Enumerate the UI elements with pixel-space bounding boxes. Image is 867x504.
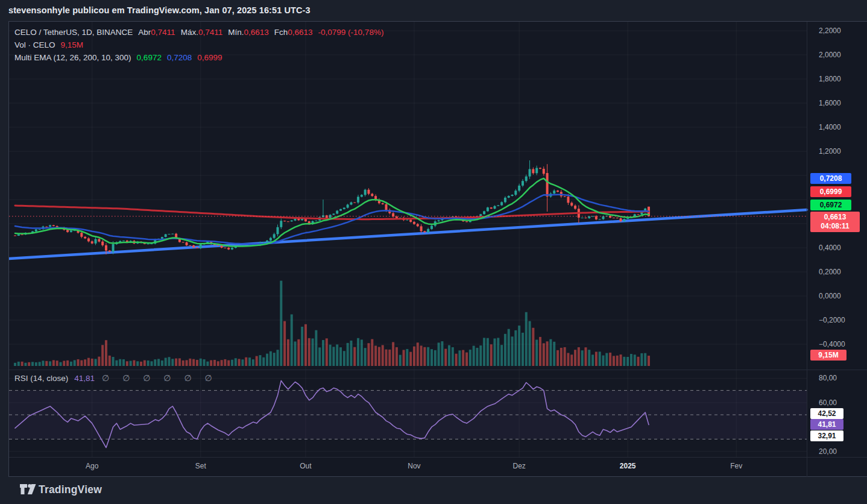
volume-bar[interactable] bbox=[371, 339, 373, 366]
candle-body[interactable] bbox=[413, 222, 415, 224]
volume-bar[interactable] bbox=[318, 347, 321, 366]
volume-bar[interactable] bbox=[529, 321, 531, 366]
volume-bar[interactable] bbox=[382, 345, 384, 366]
candle-body[interactable] bbox=[539, 168, 541, 169]
volume-bar[interactable] bbox=[504, 334, 506, 366]
candle-body[interactable] bbox=[49, 225, 51, 227]
volume-bar[interactable] bbox=[143, 361, 146, 366]
volume-bar[interactable] bbox=[231, 360, 233, 366]
ema-200-line[interactable] bbox=[15, 206, 649, 219]
volume-bar[interactable] bbox=[130, 361, 132, 366]
price-chart-canvas[interactable] bbox=[9, 22, 867, 370]
volume-bar[interactable] bbox=[192, 359, 195, 366]
candle-body[interactable] bbox=[620, 218, 622, 221]
volume-bar[interactable] bbox=[45, 361, 48, 366]
candle-body[interactable] bbox=[52, 225, 55, 226]
candle-body[interactable] bbox=[17, 235, 20, 236]
candle-body[interactable] bbox=[347, 204, 349, 207]
volume-bar[interactable] bbox=[154, 359, 156, 366]
volume-bar[interactable] bbox=[171, 359, 174, 366]
volume-bar[interactable] bbox=[119, 359, 121, 366]
candle-body[interactable] bbox=[91, 241, 93, 243]
candle-body[interactable] bbox=[595, 216, 597, 219]
volume-bar[interactable] bbox=[227, 361, 230, 366]
volume-bar[interactable] bbox=[644, 353, 646, 366]
candle-body[interactable] bbox=[270, 238, 272, 241]
candle-body[interactable] bbox=[543, 169, 545, 174]
volume-bar[interactable] bbox=[270, 351, 272, 366]
volume-bar[interactable] bbox=[322, 340, 324, 366]
volume-bar[interactable] bbox=[112, 357, 115, 366]
volume-bar[interactable] bbox=[479, 345, 482, 366]
candle-body[interactable] bbox=[276, 227, 279, 235]
volume-bar[interactable] bbox=[620, 354, 622, 366]
volume-bar[interactable] bbox=[315, 330, 317, 366]
volume-bar[interactable] bbox=[476, 348, 478, 366]
candle-body[interactable] bbox=[364, 190, 367, 195]
volume-bar[interactable] bbox=[637, 357, 640, 366]
volume-bar[interactable] bbox=[24, 363, 27, 366]
volume-bar[interactable] bbox=[14, 363, 16, 366]
volume-bar[interactable] bbox=[640, 353, 643, 366]
volume-bar[interactable] bbox=[136, 361, 139, 366]
candle-body[interactable] bbox=[490, 207, 493, 209]
candle-body[interactable] bbox=[535, 168, 538, 174]
candle-body[interactable] bbox=[430, 225, 433, 228]
volume-bar[interactable] bbox=[353, 347, 356, 366]
volume-bar[interactable] bbox=[413, 347, 415, 366]
volume-bar[interactable] bbox=[350, 341, 352, 366]
volume-bar[interactable] bbox=[35, 362, 37, 366]
volume-bar[interactable] bbox=[161, 361, 163, 366]
candle-body[interactable] bbox=[35, 229, 37, 231]
candle-body[interactable] bbox=[217, 245, 219, 246]
candle-body[interactable] bbox=[546, 173, 549, 197]
volume-bar[interactable] bbox=[560, 348, 563, 366]
volume-bar[interactable] bbox=[157, 359, 160, 366]
volume-bar[interactable] bbox=[508, 329, 510, 366]
volume-bar[interactable] bbox=[206, 362, 209, 366]
volume-bar[interactable] bbox=[406, 349, 408, 366]
volume-bar[interactable] bbox=[441, 341, 443, 366]
volume-bar[interactable] bbox=[109, 356, 111, 366]
candle-body[interactable] bbox=[122, 241, 125, 241]
candle-body[interactable] bbox=[196, 247, 198, 248]
candle-body[interactable] bbox=[336, 211, 338, 214]
candle-body[interactable] bbox=[315, 221, 317, 221]
volume-bar[interactable] bbox=[308, 338, 311, 366]
volume-bar[interactable] bbox=[186, 360, 188, 366]
candle-body[interactable] bbox=[182, 242, 184, 243]
candle-body[interactable] bbox=[150, 244, 153, 244]
volume-bar[interactable] bbox=[326, 338, 328, 366]
volume-bar[interactable] bbox=[287, 339, 289, 366]
candle-body[interactable] bbox=[200, 244, 202, 248]
candle-body[interactable] bbox=[101, 242, 104, 245]
volume-bar[interactable] bbox=[543, 343, 545, 366]
candle-body[interactable] bbox=[504, 198, 506, 202]
volume-bar[interactable] bbox=[567, 353, 569, 366]
volume-bar[interactable] bbox=[84, 359, 86, 366]
volume-bar[interactable] bbox=[518, 326, 520, 366]
candle-body[interactable] bbox=[385, 204, 387, 210]
volume-bar[interactable] bbox=[259, 355, 261, 366]
candle-body[interactable] bbox=[570, 203, 573, 206]
volume-bar[interactable] bbox=[367, 343, 370, 366]
volume-bar[interactable] bbox=[473, 346, 475, 366]
volume-bar[interactable] bbox=[224, 359, 226, 366]
volume-bar[interactable] bbox=[522, 333, 524, 366]
volume-bar[interactable] bbox=[420, 345, 423, 366]
volume-bar[interactable] bbox=[74, 360, 76, 366]
volume-bar[interactable] bbox=[66, 361, 69, 366]
volume-bar[interactable] bbox=[175, 359, 177, 366]
volume-bar[interactable] bbox=[609, 353, 611, 366]
volume-bar[interactable] bbox=[301, 327, 303, 366]
candle-body[interactable] bbox=[514, 191, 517, 195]
candle-body[interactable] bbox=[567, 197, 569, 203]
volume-bar[interactable] bbox=[494, 338, 496, 366]
candle-body[interactable] bbox=[532, 169, 534, 174]
volume-bar[interactable] bbox=[452, 347, 454, 366]
candle-body[interactable] bbox=[553, 191, 555, 194]
volume-bar[interactable] bbox=[626, 357, 629, 366]
volume-bar[interactable] bbox=[140, 362, 142, 366]
volume-bar[interactable] bbox=[427, 347, 429, 366]
volume-bar[interactable] bbox=[556, 350, 559, 366]
